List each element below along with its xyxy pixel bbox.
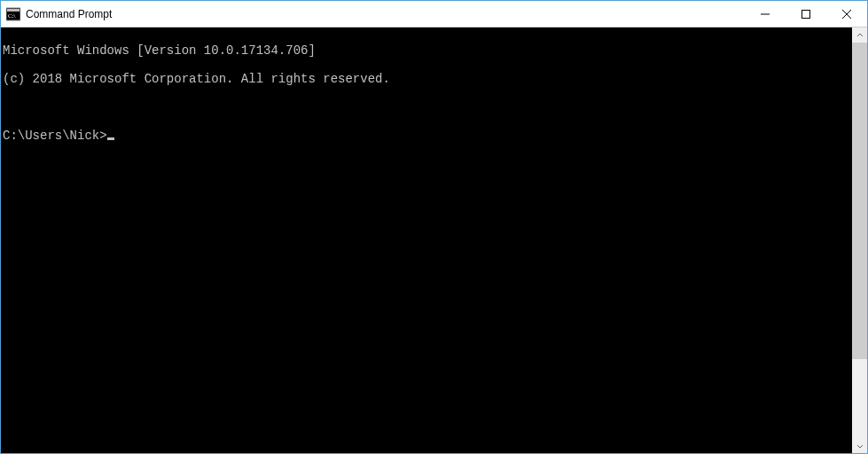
command-prompt-window: C:\ Command Prompt [0, 0, 868, 454]
cmd-icon: C:\ [6, 7, 20, 21]
terminal-line [3, 100, 852, 114]
terminal-line: (c) 2018 Microsoft Corporation. All righ… [3, 72, 852, 86]
titlebar[interactable]: C:\ Command Prompt [1, 1, 867, 27]
vertical-scrollbar[interactable] [852, 27, 867, 453]
scroll-down-button[interactable] [852, 438, 867, 453]
terminal-cursor [107, 137, 114, 140]
terminal-prompt-line: C:\Users\Nick> [3, 129, 852, 143]
scroll-thumb[interactable] [852, 43, 867, 359]
maximize-icon [802, 10, 810, 19]
scroll-up-button[interactable] [852, 27, 867, 43]
titlebar-left: C:\ Command Prompt [1, 7, 745, 21]
close-icon [842, 10, 851, 19]
close-button[interactable] [826, 1, 867, 27]
chevron-down-icon [856, 442, 864, 450]
minimize-button[interactable] [745, 1, 786, 27]
terminal-line: Microsoft Windows [Version 10.0.17134.70… [3, 43, 852, 58]
svg-rect-4 [802, 10, 810, 18]
scroll-track[interactable] [852, 43, 867, 438]
svg-rect-1 [7, 9, 20, 12]
terminal-output[interactable]: Microsoft Windows [Version 10.0.17134.70… [1, 27, 852, 453]
terminal-prompt: C:\Users\Nick> [3, 129, 107, 143]
svg-text:C:\: C:\ [8, 12, 16, 20]
content-area: Microsoft Windows [Version 10.0.17134.70… [1, 27, 867, 453]
minimize-icon [761, 10, 770, 19]
window-controls [745, 1, 867, 27]
chevron-up-icon [856, 32, 864, 39]
window-title: Command Prompt [26, 8, 112, 20]
maximize-button[interactable] [786, 1, 826, 27]
